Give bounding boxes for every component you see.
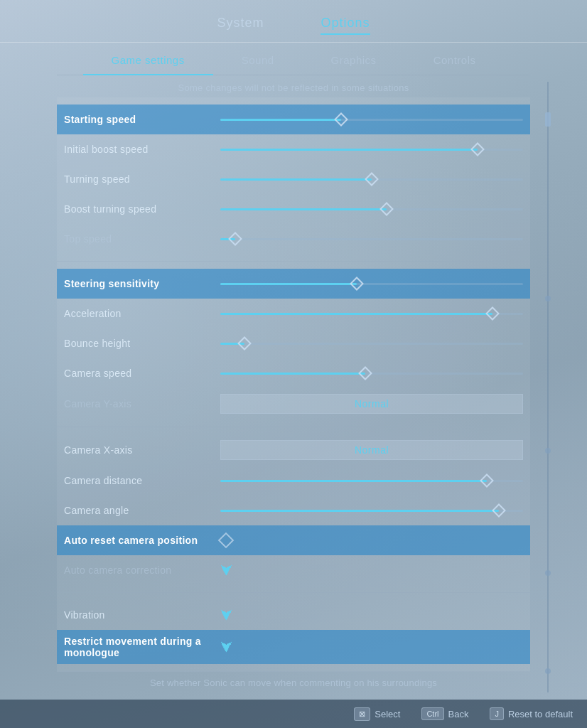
row-bounce-height[interactable]: Bounce height [57,328,530,358]
scroll-marker-3 [545,570,551,576]
row-starting-speed[interactable]: Starting speed [57,105,530,134]
chevron-down-icon: ⮟ [220,564,233,577]
label-camera-x-axis: Camera X-axis [64,444,220,456]
top-nav-system[interactable]: System [217,13,264,35]
row-top-speed[interactable]: Top speed [57,224,530,254]
label-top-speed: Top speed [64,233,220,245]
slider-initial-boost-speed[interactable] [220,142,523,156]
label-bounce-height: Bounce height [64,338,220,349]
camera-section: Camera X-axis Normal Camera distance Cam… [57,427,530,593]
diamond-icon [218,532,235,549]
label-steering-sensitivity: Steering sensitivity [64,278,220,289]
slider-turning-speed[interactable] [220,172,523,186]
row-camera-y-axis[interactable]: Camera Y-axis Normal [57,388,530,419]
slider-bounce-height[interactable] [220,336,523,350]
label-camera-y-axis: Camera Y-axis [64,398,220,410]
label-vibration: Vibration [64,609,220,621]
top-nav-options[interactable]: Options [321,13,370,35]
label-camera-distance: Camera distance [64,475,220,486]
footnote-text: Set whether Sonic can move when commenti… [57,672,530,694]
slider-acceleration[interactable] [220,306,523,321]
row-boost-turning-speed[interactable]: Boost turning speed [57,194,530,224]
row-camera-distance[interactable]: Camera distance [57,466,530,496]
row-turning-speed[interactable]: Turning speed [57,164,530,194]
label-auto-camera-correction: Auto camera correction [64,564,220,576]
slider-boost-turning-speed[interactable] [220,202,523,216]
sub-tabs: Game settings Sound Graphics Controls [57,46,530,75]
row-camera-x-axis[interactable]: Camera X-axis Normal [57,434,530,466]
toggle-camera-x-axis[interactable]: Normal [220,440,523,460]
label-boost-turning-speed: Boost turning speed [64,203,220,215]
label-auto-reset-camera: Auto reset camera position [64,535,220,546]
tab-graphics[interactable]: Graphics [303,46,405,75]
scroll-track [547,82,549,692]
tab-sound[interactable]: Sound [213,46,303,75]
scroll-marker-4 [545,668,551,674]
row-restrict-movement[interactable]: Restrict movement during a monologue ⮟ [57,630,530,664]
row-steering-sensitivity[interactable]: Steering sensitivity [57,269,530,299]
action-reset: J Reset to default [490,707,573,720]
reset-label: Reset to default [508,709,573,719]
label-camera-angle: Camera angle [64,505,220,516]
row-initial-boost-speed[interactable]: Initial boost speed [57,134,530,164]
chevron-down-icon-vibration: ⮟ [220,609,233,621]
steering-section: Steering sensitivity Acceleration [57,262,530,427]
scroll-dot-1 [545,112,551,127]
label-acceleration: Acceleration [64,308,220,319]
settings-content: Starting speed Initial boost speed [57,97,530,697]
chevron-down-icon-restrict: ⮟ [220,641,233,653]
label-turning-speed: Turning speed [64,173,220,185]
reset-key-icon: J [490,707,504,720]
label-camera-speed: Camera speed [64,368,220,379]
notice-text: Some changes will not be reflected in so… [0,75,587,97]
slider-camera-distance[interactable] [220,473,523,488]
action-select: ⊠ Select [354,707,400,721]
scroll-marker-1 [545,296,551,301]
label-restrict-movement: Restrict movement during a monologue [64,636,220,658]
row-acceleration[interactable]: Acceleration [57,299,530,328]
auto-reset-camera-control[interactable] [220,535,237,546]
back-key-icon: Ctrl [421,707,443,720]
row-camera-angle[interactable]: Camera angle [57,496,530,525]
slider-starting-speed[interactable] [220,112,523,127]
slider-camera-speed[interactable] [220,366,523,380]
scroll-marker-2 [545,448,551,454]
back-label: Back [448,709,469,719]
toggle-camera-y-axis[interactable]: Normal [220,394,523,414]
action-back: Ctrl Back [421,707,468,720]
tab-controls[interactable]: Controls [405,46,505,75]
slider-top-speed[interactable] [220,232,523,246]
vibration-section: Vibration ⮟ Restrict movement during a m… [57,593,530,672]
row-auto-camera-correction[interactable]: Auto camera correction ⮟ [57,555,530,585]
tab-game-settings[interactable]: Game settings [83,46,213,75]
row-vibration[interactable]: Vibration ⮟ [57,600,530,630]
slider-camera-angle[interactable] [220,503,523,518]
label-initial-boost-speed: Initial boost speed [64,144,220,155]
top-nav: System Options [0,0,587,43]
row-camera-speed[interactable]: Camera speed [57,358,530,388]
slider-steering-sensitivity[interactable] [220,277,523,291]
select-label: Select [375,709,400,719]
row-auto-reset-camera[interactable]: Auto reset camera position [57,525,530,555]
speed-section: Starting speed Initial boost speed [57,97,530,262]
main-container: System Options Game settings Sound Graph… [0,0,587,728]
select-key-icon: ⊠ [354,707,370,721]
bottom-bar: ⊠ Select Ctrl Back J Reset to default [0,700,587,728]
label-starting-speed: Starting speed [64,114,220,125]
